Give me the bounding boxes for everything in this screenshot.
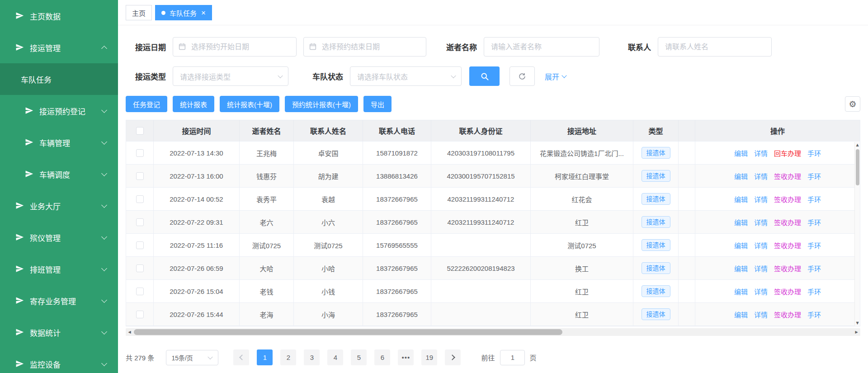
deceased-name-input[interactable] bbox=[484, 37, 599, 57]
wristband-link[interactable]: 手环 bbox=[807, 241, 821, 250]
detail-link[interactable]: 详情 bbox=[754, 194, 768, 204]
sidebar-item[interactable]: 接运预约登记 bbox=[0, 95, 118, 127]
wristband-link[interactable]: 手环 bbox=[807, 287, 821, 296]
edit-link[interactable]: 编辑 bbox=[734, 171, 748, 181]
date-end-input[interactable] bbox=[303, 37, 426, 57]
process-link[interactable]: 签收办理 bbox=[774, 171, 801, 181]
search-button[interactable] bbox=[469, 66, 500, 86]
scroll-down-arrow[interactable] bbox=[855, 321, 860, 325]
edit-link[interactable]: 编辑 bbox=[734, 241, 748, 250]
cell-type: 接遗体 bbox=[633, 211, 679, 233]
wristband-link[interactable]: 手环 bbox=[807, 217, 821, 227]
contact-name-input[interactable] bbox=[658, 37, 772, 57]
scroll-left-arrow[interactable] bbox=[126, 328, 133, 336]
send-icon bbox=[15, 264, 24, 274]
toolbar-button[interactable]: 统计报表(十堰) bbox=[220, 96, 279, 112]
page-button[interactable]: 2 bbox=[280, 349, 296, 365]
wristband-link[interactable]: 手环 bbox=[807, 310, 821, 319]
refresh-button[interactable] bbox=[509, 66, 535, 86]
vertical-scrollbar[interactable] bbox=[854, 142, 860, 326]
edit-link[interactable]: 编辑 bbox=[734, 287, 748, 296]
scroll-up-arrow[interactable] bbox=[855, 143, 860, 147]
edit-link[interactable]: 编辑 bbox=[734, 148, 748, 158]
tab-label: 车队任务 bbox=[170, 8, 197, 18]
fleet-status-select[interactable]: 请选择车队状态 bbox=[350, 66, 462, 86]
row-checkbox[interactable] bbox=[136, 241, 144, 249]
edit-link[interactable]: 编辑 bbox=[734, 310, 748, 319]
page-size-select[interactable]: 15条/页 bbox=[166, 350, 218, 365]
transport-type-select[interactable]: 请选择接运类型 bbox=[173, 66, 288, 86]
detail-link[interactable]: 详情 bbox=[754, 241, 768, 250]
settings-button[interactable]: ⚙ bbox=[845, 96, 860, 112]
sidebar-item[interactable]: 主页数据 bbox=[0, 0, 118, 32]
page-button[interactable]: 5 bbox=[351, 349, 367, 365]
process-link[interactable]: 签收办理 bbox=[774, 217, 801, 227]
horizontal-scrollbar[interactable] bbox=[126, 328, 860, 336]
page-button[interactable]: 6 bbox=[374, 349, 390, 365]
process-link[interactable]: 签收办理 bbox=[774, 241, 801, 250]
cell-address: 红卫 bbox=[531, 280, 633, 302]
sidebar-item[interactable]: 排班管理 bbox=[0, 253, 118, 285]
edit-link[interactable]: 编辑 bbox=[734, 217, 748, 227]
prev-page-button[interactable] bbox=[233, 349, 249, 365]
cell-contact-phone: 15769565555 bbox=[363, 234, 431, 256]
tab-item[interactable]: 主页 bbox=[126, 5, 152, 20]
detail-link[interactable]: 详情 bbox=[754, 148, 768, 158]
sidebar-item[interactable]: 车辆调度 bbox=[0, 158, 118, 190]
toolbar-button[interactable]: 预约统计报表(十堰) bbox=[285, 96, 358, 112]
wristband-link[interactable]: 手环 bbox=[807, 194, 821, 204]
page-button[interactable]: 1 bbox=[257, 349, 273, 365]
sidebar-item[interactable]: 车辆管理 bbox=[0, 127, 118, 158]
scroll-right-arrow[interactable] bbox=[853, 328, 860, 336]
select-all-checkbox[interactable] bbox=[136, 127, 144, 135]
wristband-link[interactable]: 手环 bbox=[807, 148, 821, 158]
row-checkbox[interactable] bbox=[136, 311, 144, 318]
date-start-input[interactable] bbox=[173, 37, 297, 57]
detail-link[interactable]: 详情 bbox=[754, 310, 768, 319]
sidebar-item[interactable]: 监控设备 bbox=[0, 348, 118, 373]
row-checkbox[interactable] bbox=[136, 264, 144, 272]
detail-link[interactable]: 详情 bbox=[754, 287, 768, 296]
edit-link[interactable]: 编辑 bbox=[734, 264, 748, 273]
row-checkbox[interactable] bbox=[136, 218, 144, 226]
tab-close-icon[interactable] bbox=[201, 9, 206, 17]
sidebar-item[interactable]: 接运管理 bbox=[0, 32, 118, 63]
sidebar-item[interactable]: 殡仪管理 bbox=[0, 222, 118, 253]
sidebar-item[interactable]: 寄存业务管理 bbox=[0, 285, 118, 316]
sidebar-item[interactable]: 业务大厅 bbox=[0, 190, 118, 222]
detail-link[interactable]: 详情 bbox=[754, 217, 768, 227]
process-link[interactable]: 签收办理 bbox=[774, 310, 801, 319]
next-page-button[interactable] bbox=[445, 349, 461, 365]
process-link[interactable]: 签收办理 bbox=[774, 287, 801, 296]
edit-link[interactable]: 编辑 bbox=[734, 194, 748, 204]
process-link[interactable]: 签收办理 bbox=[774, 264, 801, 273]
horizontal-scroll-thumb[interactable] bbox=[134, 329, 562, 335]
sidebar-item[interactable]: 数据统计 bbox=[0, 316, 118, 348]
goto-page-input[interactable] bbox=[500, 350, 525, 365]
row-checkbox[interactable] bbox=[136, 288, 144, 295]
cell-address: 测试0725 bbox=[531, 234, 633, 256]
toolbar-button[interactable]: 任务登记 bbox=[126, 96, 167, 112]
detail-link[interactable]: 详情 bbox=[754, 264, 768, 273]
cell-type: 接遗体 bbox=[633, 280, 679, 302]
wristband-link[interactable]: 手环 bbox=[807, 171, 821, 181]
page-button[interactable]: 19 bbox=[421, 349, 437, 365]
chevron-down-icon bbox=[278, 73, 283, 78]
detail-link[interactable]: 详情 bbox=[754, 171, 768, 181]
toolbar-button[interactable]: 导出 bbox=[363, 96, 392, 112]
process-link[interactable]: 回车办理 bbox=[774, 148, 801, 158]
row-checkbox[interactable] bbox=[136, 195, 144, 203]
vertical-scroll-thumb[interactable] bbox=[856, 149, 859, 185]
process-link[interactable]: 签收办理 bbox=[774, 194, 801, 204]
row-checkbox[interactable] bbox=[136, 172, 144, 180]
date-end-field bbox=[303, 37, 426, 57]
wristband-link[interactable]: 手环 bbox=[807, 264, 821, 273]
expand-toggle[interactable]: 展开 bbox=[545, 71, 566, 82]
toolbar-button[interactable]: 统计报表 bbox=[173, 96, 214, 112]
page-button[interactable]: 3 bbox=[304, 349, 320, 365]
tab-active[interactable]: 车队任务 bbox=[155, 5, 212, 20]
sidebar-item-active[interactable]: 车队任务 bbox=[0, 63, 118, 95]
row-checkbox[interactable] bbox=[136, 149, 144, 157]
page-button[interactable]: 4 bbox=[327, 349, 343, 365]
pager-ellipsis[interactable]: ••• bbox=[398, 349, 414, 365]
